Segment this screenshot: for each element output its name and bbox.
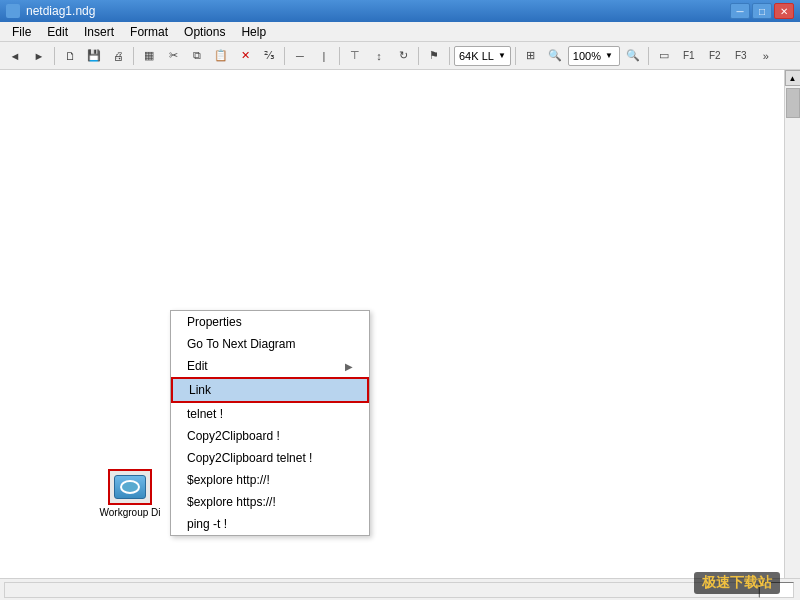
context-menu: Properties Go To Next Diagram Edit ▶ Lin…: [170, 310, 370, 536]
move-button[interactable]: ↕: [368, 45, 390, 67]
ctx-edit-arrow: ▶: [345, 361, 353, 372]
workgroup-icon-inner: [114, 475, 146, 499]
title-bar-left: netdiag1.ndg: [6, 4, 95, 18]
toolbar: ◄ ► 🗋 💾 🖨 ▦ ✂ ⧉ 📋 ✕ ⅔ ─ | ⊤ ↕ ↻ ⚑ 64K LL…: [0, 42, 800, 70]
zoom-dropdown-arrow: ▼: [498, 51, 506, 60]
app-icon: [6, 4, 20, 18]
screen-button[interactable]: ▭: [653, 45, 675, 67]
scroll-up-button[interactable]: ▲: [785, 70, 801, 86]
paste-button[interactable]: 📋: [210, 45, 232, 67]
menu-file[interactable]: File: [4, 23, 39, 41]
tb-sep-8: [648, 47, 649, 65]
tb-sep-1: [54, 47, 55, 65]
ctx-ping[interactable]: ping -t !: [171, 513, 369, 535]
ctx-link[interactable]: Link: [171, 377, 369, 403]
title-bar-buttons: ─ □ ✕: [730, 3, 794, 19]
workgroup-label: Workgroup Di: [100, 507, 161, 518]
ctx-next-diagram[interactable]: Go To Next Diagram: [171, 333, 369, 355]
ctx-copy2clipboard-telnet[interactable]: Copy2Clipboard telnet !: [171, 447, 369, 469]
menu-format[interactable]: Format: [122, 23, 176, 41]
minimize-button[interactable]: ─: [730, 3, 750, 19]
cut-button[interactable]: ✂: [162, 45, 184, 67]
main-container: Workgroup Di Properties Go To Next Diagr…: [0, 70, 800, 578]
tb-sep-4: [339, 47, 340, 65]
tb-sep-2: [133, 47, 134, 65]
menu-options[interactable]: Options: [176, 23, 233, 41]
vertical-scrollbar[interactable]: ▲: [784, 70, 800, 578]
print-button[interactable]: 🖨: [107, 45, 129, 67]
status-bar: [0, 578, 800, 600]
new-button[interactable]: 🗋: [59, 45, 81, 67]
copy-button[interactable]: ⧉: [186, 45, 208, 67]
workgroup-icon-box: [108, 469, 152, 505]
menu-help[interactable]: Help: [233, 23, 274, 41]
tb-sep-7: [515, 47, 516, 65]
table-button[interactable]: ▦: [138, 45, 160, 67]
menu-edit[interactable]: Edit: [39, 23, 76, 41]
watermark: 极速下载站: [694, 572, 780, 594]
workgroup-icon[interactable]: Workgroup Di: [100, 469, 160, 518]
forward-button[interactable]: ►: [28, 45, 50, 67]
line-button[interactable]: ─: [289, 45, 311, 67]
f2-button[interactable]: F2: [703, 45, 727, 67]
ctx-explore-http[interactable]: $explore http://!: [171, 469, 369, 491]
tb-sep-5: [418, 47, 419, 65]
ctx-explore-https[interactable]: $explore https://!: [171, 491, 369, 513]
workgroup-icon-circle: [120, 480, 140, 494]
pipe-button[interactable]: |: [313, 45, 335, 67]
maximize-button[interactable]: □: [752, 3, 772, 19]
ctx-properties[interactable]: Properties: [171, 311, 369, 333]
percent-dropdown-arrow: ▼: [605, 51, 613, 60]
flag-button[interactable]: ⚑: [423, 45, 445, 67]
f3-button[interactable]: F3: [729, 45, 753, 67]
f1-button[interactable]: F1: [677, 45, 701, 67]
zoom-dropdown[interactable]: 64K LL ▼: [454, 46, 511, 66]
tb-sep-6: [449, 47, 450, 65]
window-title: netdiag1.ndg: [26, 4, 95, 18]
zoom-in-button[interactable]: 🔍: [544, 45, 566, 67]
percent-dropdown[interactable]: 100% ▼: [568, 46, 620, 66]
ctx-edit[interactable]: Edit ▶: [171, 355, 369, 377]
menu-bar: File Edit Insert Format Options Help: [0, 22, 800, 42]
align-button[interactable]: ⊤: [344, 45, 366, 67]
menu-insert[interactable]: Insert: [76, 23, 122, 41]
scroll-thumb[interactable]: [786, 88, 800, 118]
close-button[interactable]: ✕: [774, 3, 794, 19]
ctx-copy2clipboard[interactable]: Copy2Clipboard !: [171, 425, 369, 447]
horizontal-scrollbar[interactable]: [4, 582, 759, 598]
zoom-value: 64K LL: [459, 50, 494, 62]
zoom-fit-button[interactable]: ⊞: [520, 45, 542, 67]
canvas-area[interactable]: Workgroup Di Properties Go To Next Diagr…: [0, 70, 784, 578]
title-bar: netdiag1.ndg ─ □ ✕: [0, 0, 800, 22]
table2-button[interactable]: ⅔: [258, 45, 280, 67]
tb-sep-3: [284, 47, 285, 65]
percent-value: 100%: [573, 50, 601, 62]
zoom-out-button[interactable]: 🔍: [622, 45, 644, 67]
more-button[interactable]: »: [755, 45, 777, 67]
save-button[interactable]: 💾: [83, 45, 105, 67]
delete-button[interactable]: ✕: [234, 45, 256, 67]
back-button[interactable]: ◄: [4, 45, 26, 67]
ctx-telnet[interactable]: telnet !: [171, 403, 369, 425]
rotate-button[interactable]: ↻: [392, 45, 414, 67]
